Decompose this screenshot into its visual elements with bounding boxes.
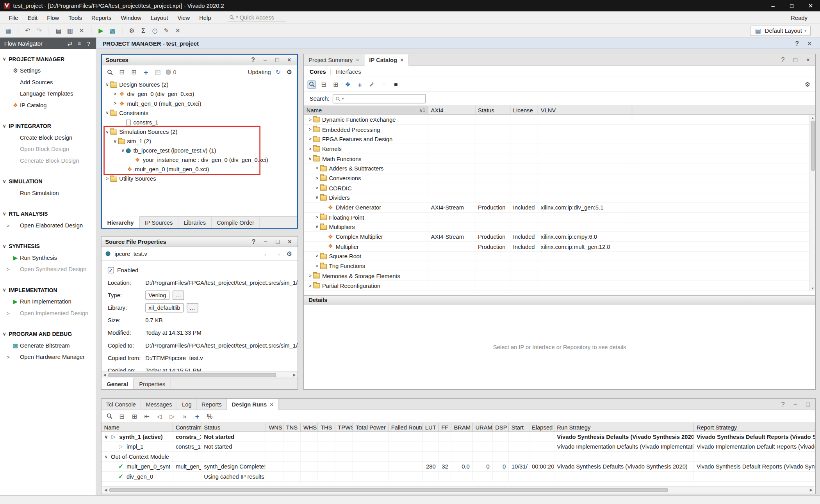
flow-section-header[interactable]: ∨PROGRAM AND DEBUG (0, 328, 96, 339)
add-icon[interactable]: + (356, 80, 364, 89)
scroll-down-icon[interactable]: ▼ (811, 285, 814, 291)
ip-catalog-row-kernels[interactable]: >Kernels (304, 144, 815, 154)
float-icon[interactable]: □ (273, 56, 281, 64)
schedule-icon[interactable]: ◷ (151, 27, 159, 35)
column-header-failed-routes[interactable]: Failed Routes (389, 423, 422, 431)
tab-ip-sources[interactable]: IP Sources (139, 217, 178, 228)
design-run-row-impl-1[interactable]: ▷impl_1constrs_1Not startedVivado Implem… (102, 442, 815, 452)
property-editbox[interactable]: xil_defaultlib (145, 303, 183, 312)
expander-closed-icon[interactable]: > (314, 263, 320, 268)
taxonomy-icon[interactable]: ❖ (344, 80, 352, 89)
tab-messages[interactable]: Messages (141, 399, 177, 410)
column-header-name[interactable]: Name∧1 (304, 106, 428, 114)
menu-layout[interactable]: Layout (146, 13, 173, 22)
details-icon[interactable]: ■ (392, 80, 400, 89)
source-tree-item[interactable]: >❖div_gen_0 (div_gen_0.xci) (102, 89, 297, 99)
design-run-row-div-gen-0[interactable]: ✓div_gen_0Using cached IP results (102, 472, 815, 481)
file2-icon[interactable]: ▤ (154, 68, 162, 76)
column-header-license[interactable]: License (510, 106, 538, 114)
flow-item-run-synthesis[interactable]: ▶Run Synthesis (0, 252, 96, 263)
ip-catalog-row-dynamic-function-exchange[interactable]: >Dynamic Function eXchange (304, 115, 815, 125)
menu-edit[interactable]: Edit (23, 13, 43, 22)
info-icon[interactable]: ◌ (380, 80, 388, 89)
run-icon[interactable]: ▶ (97, 27, 105, 35)
column-header-total-power[interactable]: Total Power (353, 423, 389, 431)
flow-item-open-block-design[interactable]: Open Block Design (0, 143, 96, 154)
column-header-lut[interactable]: LUT (422, 423, 439, 431)
flow-item-run-simulation[interactable]: Run Simulation (0, 187, 96, 198)
ip-catalog-row-memories-storage-elements[interactable]: >Memories & Storage Elements (304, 271, 815, 281)
flow-item-open-implemented-design[interactable]: >Open Implemented Design (0, 307, 96, 319)
help-icon[interactable]: ? (779, 400, 787, 408)
menu-icon[interactable]: ≡ (76, 40, 82, 46)
browse-button[interactable]: … (173, 291, 184, 300)
settings-icon[interactable]: ⚙ (285, 250, 293, 258)
float-icon[interactable]: □ (791, 56, 799, 64)
settings-icon[interactable]: ⚙ (285, 68, 293, 76)
copy-icon[interactable]: ▤ (54, 27, 62, 35)
close-icon[interactable]: × (804, 56, 812, 64)
source-tree-item[interactable]: >❖mult_gen_0 (mult_gen_0.xci) (102, 99, 297, 108)
flow-item-open-synthesized-design[interactable]: >Open Synthesized Design (0, 263, 96, 275)
source-tree-item[interactable]: >Utility Sources (102, 174, 297, 183)
flow-item-open-hardware-manager[interactable]: >Open Hardware Manager (0, 351, 96, 362)
column-header-whs[interactable]: WHS (301, 423, 318, 431)
scroll-thumb[interactable] (109, 488, 668, 492)
expand-all-icon[interactable]: ⊞ (332, 80, 340, 89)
design-run-row-out-of-context-module-runs[interactable]: ∨Out-of-Context Module Runs (102, 452, 815, 461)
add-icon[interactable]: + (142, 68, 150, 76)
column-header-name[interactable]: Name (102, 423, 173, 431)
scroll-up-icon[interactable]: ▲ (811, 115, 814, 121)
launch-run-icon[interactable]: ▷ (168, 412, 176, 420)
flow-section-header[interactable]: ∨PROJECT MANAGER (0, 53, 96, 65)
expander-open-icon[interactable]: ∨ (307, 156, 313, 161)
collapse-all-icon[interactable]: ⊟ (319, 80, 328, 89)
window-close-icon[interactable]: ✕ (801, 0, 820, 11)
view-interfaces[interactable]: Interfaces (336, 68, 361, 75)
window-maximize-icon[interactable]: □ (783, 0, 801, 11)
cancel-icon[interactable]: ✕ (174, 27, 182, 35)
enabled-checkbox[interactable]: ✓ (108, 267, 114, 273)
tab-log[interactable]: Log (177, 399, 197, 410)
source-tree-item[interactable]: ∨tb_ipcore_test (ipcore_test.v) (1) (102, 146, 297, 155)
column-header-run-strategy[interactable]: Run Strategy (554, 423, 694, 431)
scroll-left-icon[interactable]: ◀ (102, 373, 108, 377)
percent-icon[interactable]: % (205, 412, 214, 420)
menu-flow[interactable]: Flow (42, 13, 64, 22)
sigma-icon[interactable]: Σ (139, 27, 147, 35)
ip-catalog-row-partial-reconfiguration[interactable]: >Partial Reconfiguration (304, 281, 815, 291)
source-tree-item[interactable]: ∨sim_1 (2) (102, 137, 297, 146)
menu-reports[interactable]: Reports (87, 13, 116, 22)
column-header-dsp[interactable]: DSP (493, 423, 509, 431)
close-tab-icon[interactable]: × (356, 57, 359, 63)
column-header-tns[interactable]: TNS (283, 423, 301, 431)
expander-closed-icon[interactable]: > (307, 127, 313, 132)
column-header-uram[interactable]: URAM (473, 423, 493, 431)
undo-icon[interactable]: ↶ (23, 27, 32, 35)
column-header-status[interactable]: Status (201, 423, 266, 431)
search-icon[interactable] (105, 412, 113, 420)
collapse-all-icon[interactable]: ⊟ (118, 68, 126, 76)
step-run-icon[interactable]: ◁ (155, 412, 164, 420)
refresh-icon[interactable]: ↻ (274, 68, 282, 76)
redo-icon[interactable]: ↷ (35, 27, 43, 35)
close-icon[interactable]: × (285, 238, 294, 246)
resume-run-icon[interactable]: » (180, 412, 189, 420)
design-runs-hscrollbar[interactable]: ◀ ▶ (103, 486, 815, 493)
tab-tcl-console[interactable]: Tcl Console (102, 399, 141, 410)
save-icon[interactable]: ▦ (4, 27, 12, 35)
help-icon[interactable]: ? (779, 56, 787, 64)
collapse-all-icon[interactable]: ⊟ (118, 412, 126, 420)
flow-section-header[interactable]: ∨IMPLEMENTATION (0, 284, 96, 296)
expander-closed-icon[interactable]: > (314, 215, 320, 220)
menu-view[interactable]: View (173, 13, 194, 22)
source-tree-item[interactable]: ∨Simulation Sources (2) (102, 127, 297, 136)
close-tab-icon[interactable]: × (400, 57, 404, 63)
source-tree-item[interactable]: ∨Constraints (102, 108, 297, 117)
scroll-left-icon[interactable]: ◀ (103, 488, 109, 492)
scroll-thumb[interactable] (108, 373, 276, 377)
tab-hierarchy[interactable]: Hierarchy (102, 216, 139, 227)
ip-catalog-row-multiplier[interactable]: ❖MultiplierProductionIncludedxilinx.com:… (304, 242, 815, 252)
expander-open-icon[interactable]: ∨ (104, 129, 111, 134)
search-icon[interactable] (308, 80, 316, 89)
